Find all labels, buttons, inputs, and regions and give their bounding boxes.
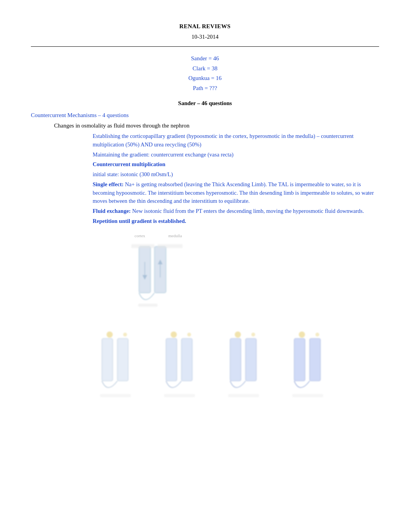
subsection-heading: Countercurrent Mechanisms – 4 questions bbox=[31, 112, 379, 119]
svg-rect-15 bbox=[181, 338, 192, 381]
svg-point-23 bbox=[315, 333, 319, 337]
scores-block: Sander = 46 Clark = 38 Ogunkua = 16 Path… bbox=[31, 54, 379, 93]
nephron-2 bbox=[158, 328, 212, 405]
svg-point-17 bbox=[235, 331, 241, 338]
intro-text: Changes in osmolality as fluid moves thr… bbox=[54, 122, 379, 129]
svg-rect-24 bbox=[294, 338, 305, 381]
diagram-unit-3 bbox=[221, 328, 278, 405]
svg-rect-11 bbox=[100, 394, 131, 397]
diagrams-container: cortex medulla bbox=[93, 233, 379, 405]
svg-point-13 bbox=[187, 333, 191, 337]
svg-rect-14 bbox=[166, 338, 177, 381]
svg-point-12 bbox=[171, 331, 177, 338]
diagram-unit-4 bbox=[285, 328, 342, 405]
svg-rect-9 bbox=[102, 338, 113, 381]
nephron-diagram-single bbox=[116, 239, 201, 316]
single-diagram-top-labels: cortex medulla bbox=[135, 233, 182, 238]
single-effect: Single effect: Na+ is getting reabsorbed… bbox=[93, 180, 379, 206]
svg-rect-19 bbox=[230, 338, 241, 381]
nephron-4 bbox=[286, 328, 341, 405]
point-1: Establishing the corticopapillary gradie… bbox=[93, 132, 379, 149]
svg-point-7 bbox=[107, 331, 113, 338]
svg-rect-20 bbox=[246, 338, 256, 381]
single-effect-text: Na+ is getting reabsorbed (leaving the T… bbox=[93, 181, 374, 204]
svg-rect-6 bbox=[138, 304, 158, 307]
score-ogunkua: Ogunkua = 16 bbox=[31, 73, 379, 83]
section-title: Sander – 46 questions bbox=[31, 100, 379, 107]
section-divider bbox=[31, 46, 379, 47]
single-effect-label: Single effect: bbox=[93, 181, 124, 187]
fluid-exchange: Fluid exchange: New isotonic fluid from … bbox=[93, 207, 379, 216]
four-diagrams-row bbox=[93, 328, 342, 405]
svg-point-8 bbox=[123, 333, 127, 337]
repetition: Repetition until gradient is established… bbox=[93, 217, 379, 226]
svg-point-22 bbox=[299, 331, 305, 338]
score-sander: Sander = 46 bbox=[31, 54, 379, 64]
svg-rect-21 bbox=[228, 394, 259, 397]
page-title: RENAL REVIEWS bbox=[31, 23, 379, 30]
svg-rect-4 bbox=[131, 244, 154, 248]
score-path: Path = ??? bbox=[31, 83, 379, 93]
countercurrent-heading: Countercurrent multiplication bbox=[93, 160, 379, 169]
score-clark: Clark = 38 bbox=[31, 64, 379, 74]
label-cortex: cortex bbox=[135, 233, 145, 238]
svg-rect-10 bbox=[117, 338, 128, 381]
single-diagram: cortex medulla bbox=[93, 233, 224, 316]
svg-rect-25 bbox=[310, 338, 320, 381]
diagram-unit-1 bbox=[93, 328, 150, 405]
initial-state: initial state: isotonic (300 mOsm/L) bbox=[93, 170, 379, 179]
nephron-3 bbox=[222, 328, 276, 405]
page-date: 10-31-2014 bbox=[31, 34, 379, 40]
svg-point-18 bbox=[251, 333, 255, 337]
diagram-unit-2 bbox=[157, 328, 214, 405]
label-medulla: medulla bbox=[168, 233, 182, 238]
fluid-exchange-label: Fluid exchange: bbox=[93, 208, 131, 214]
svg-rect-16 bbox=[164, 394, 195, 397]
nephron-1 bbox=[94, 328, 148, 405]
point-2: Maintaining the gradient: countercurrent… bbox=[93, 151, 379, 159]
svg-rect-26 bbox=[292, 394, 323, 397]
fluid-exchange-text: New isotonic fluid from the PT enters th… bbox=[132, 208, 364, 214]
svg-rect-5 bbox=[158, 244, 183, 248]
